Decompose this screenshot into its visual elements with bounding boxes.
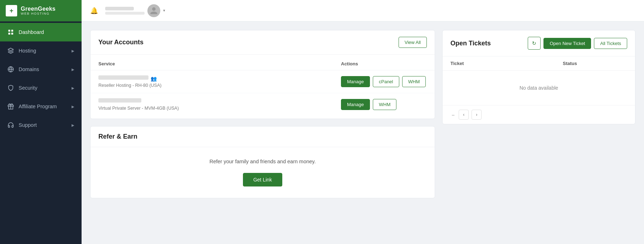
sidebar-item-label: Support: [19, 122, 67, 128]
refresh-button[interactable]: ↻: [528, 37, 541, 50]
tickets-pagination: – ‹ ›: [443, 105, 635, 124]
user-menu[interactable]: ▾: [105, 4, 165, 17]
sidebar-item-label: Security: [19, 85, 67, 91]
refresh-icon: ↻: [532, 40, 536, 46]
refer-card: Refer & Earn Refer your family and frien…: [90, 126, 435, 198]
sidebar-item-hosting[interactable]: Hosting ▶: [0, 41, 82, 60]
logo-icon: +: [6, 5, 17, 16]
sidebar: + GreenGeeks WEB HOSTING Dashboard Hosti…: [0, 0, 82, 244]
status-column-header: Status: [563, 61, 627, 66]
actions-column-header: Actions: [341, 61, 427, 66]
refer-card-header: Refer & Earn: [91, 126, 435, 147]
content-area: Your Accounts View All Service Actions 👥: [82, 21, 644, 244]
svg-rect-1: [11, 30, 13, 31]
chevron-right-icon: ▶: [72, 68, 74, 71]
sidebar-nav: Dashboard Hosting ▶ Domains ▶ Security ▶: [0, 21, 82, 244]
topbar: 🔔 ▾: [82, 0, 644, 21]
gift-icon: [7, 103, 14, 110]
refer-card-title: Refer & Earn: [98, 133, 137, 140]
tickets-card-header: Open Tickets ↻ Open New Ticket All Ticke…: [443, 30, 635, 56]
sidebar-item-label: Affiliate Program: [19, 104, 67, 109]
tickets-card: Open Tickets ↻ Open New Ticket All Ticke…: [442, 30, 635, 124]
sidebar-item-label: Hosting: [19, 48, 67, 54]
whm-button[interactable]: WHM: [402, 76, 426, 87]
chevron-right-icon: ▶: [72, 49, 74, 53]
ticket-column-header: Ticket: [450, 61, 563, 66]
content-right: Open Tickets ↻ Open New Ticket All Ticke…: [442, 30, 635, 235]
grid-icon: [7, 29, 14, 36]
user-menu-chevron-icon: ▾: [163, 8, 165, 13]
pagination-info: –: [450, 112, 456, 118]
action-buttons: Manage cPanel WHM: [341, 76, 427, 87]
manage-button[interactable]: Manage: [341, 99, 370, 110]
brand-name: GreenGeeks: [21, 6, 55, 12]
shield-icon: [7, 84, 14, 91]
svg-marker-4: [8, 48, 14, 51]
action-buttons: Manage WHM: [341, 99, 427, 110]
sidebar-item-label: Dashboard: [19, 29, 74, 35]
service-name-row: 👥: [98, 75, 341, 81]
main-content: 🔔 ▾ Your Accounts View All: [82, 0, 644, 244]
cpanel-button[interactable]: cPanel: [373, 76, 399, 87]
refer-description: Refer your family and friends and earn m…: [98, 159, 427, 164]
layers-icon: [7, 47, 14, 54]
user-info: [105, 7, 145, 15]
user-name: [105, 7, 134, 10]
no-data-message: No data available: [443, 71, 635, 105]
pagination-prev-button[interactable]: ‹: [459, 110, 469, 120]
service-column-header: Service: [98, 61, 341, 66]
user-email: [105, 12, 145, 15]
tickets-card-title: Open Tickets: [450, 40, 491, 47]
table-row: 👥 Reseller Hosting - RH-80 (USA) Manage …: [91, 70, 435, 93]
sidebar-item-label: Domains: [19, 66, 67, 72]
sidebar-item-support[interactable]: Support ▶: [0, 116, 82, 134]
view-all-button[interactable]: View All: [399, 37, 427, 48]
accounts-card-header: Your Accounts View All: [91, 30, 435, 55]
globe-icon: [7, 66, 14, 73]
service-info: Virtual Private Server - MVM-4GB (USA): [98, 98, 341, 111]
chevron-right-icon: ▶: [72, 86, 74, 90]
service-name-blurred: [98, 98, 141, 103]
accounts-card: Your Accounts View All Service Actions 👥: [90, 30, 435, 119]
service-description: Virtual Private Server - MVM-4GB (USA): [98, 106, 341, 111]
manage-button[interactable]: Manage: [341, 76, 370, 87]
tickets-header-buttons: ↻ Open New Ticket All Tickets: [528, 37, 627, 50]
sidebar-item-security[interactable]: Security ▶: [0, 79, 82, 97]
sidebar-item-dashboard[interactable]: Dashboard: [0, 23, 82, 41]
svg-rect-0: [8, 30, 10, 31]
service-name-row: [98, 98, 341, 104]
service-info: 👥 Reseller Hosting - RH-80 (USA): [98, 75, 341, 88]
get-link-button[interactable]: Get Link: [243, 173, 282, 186]
chevron-right-icon: ▶: [72, 123, 74, 127]
logo-text: GreenGeeks WEB HOSTING: [21, 6, 55, 15]
service-description: Reseller Hosting - RH-80 (USA): [98, 83, 341, 88]
sidebar-logo: + GreenGeeks WEB HOSTING: [0, 0, 82, 21]
pagination-next-button[interactable]: ›: [472, 110, 482, 120]
tickets-table-header: Ticket Status: [443, 56, 635, 71]
chevron-right-icon: ▶: [72, 105, 74, 109]
whm-button[interactable]: WHM: [373, 99, 397, 110]
accounts-card-title: Your Accounts: [98, 39, 143, 46]
brand-tagline: WEB HOSTING: [21, 12, 55, 16]
service-name-blurred: [98, 75, 148, 80]
sidebar-item-affiliate[interactable]: Affiliate Program ▶: [0, 97, 82, 116]
svg-rect-3: [11, 33, 13, 35]
headset-icon: [7, 121, 14, 129]
sidebar-item-domains[interactable]: Domains ▶: [0, 60, 82, 79]
open-new-ticket-button[interactable]: Open New Ticket: [543, 38, 591, 49]
users-icon: 👥: [151, 76, 157, 81]
all-tickets-button[interactable]: All Tickets: [594, 38, 627, 49]
content-left: Your Accounts View All Service Actions 👥: [90, 30, 435, 235]
accounts-table: Service Actions 👥 Reseller Hosting - RH-…: [91, 55, 435, 119]
avatar: [147, 4, 160, 17]
table-row: Virtual Private Server - MVM-4GB (USA) M…: [91, 93, 435, 116]
svg-rect-2: [8, 33, 10, 35]
refer-card-body: Refer your family and friends and earn m…: [91, 147, 435, 198]
accounts-table-header: Service Actions: [91, 58, 435, 70]
notification-bell-icon[interactable]: 🔔: [90, 7, 98, 15]
